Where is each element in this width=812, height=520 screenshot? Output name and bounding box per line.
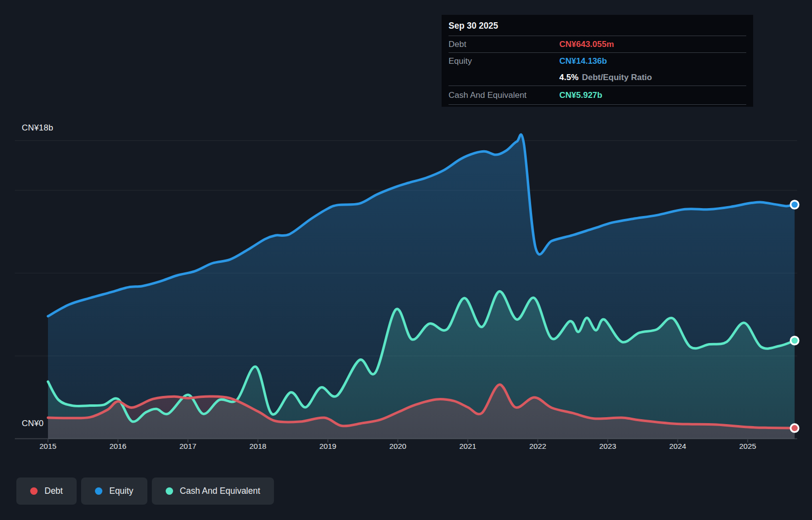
tooltip-row-ratio: 4.5% Debt/Equity Ratio <box>449 69 746 86</box>
tooltip-ratio-label: Debt/Equity Ratio <box>582 73 652 83</box>
legend-dot-debt <box>30 487 38 495</box>
cash-and-equivalent-endpoint-marker <box>791 337 799 345</box>
legend-dot-equity <box>95 487 102 495</box>
tooltip-equity-label: Equity <box>449 56 559 66</box>
x-axis-label-2023: 2023 <box>588 442 628 451</box>
tooltip-cash-value: CN¥5.927b <box>559 90 602 100</box>
tooltip-ratio-value: 4.5% <box>559 73 579 83</box>
x-axis-label-2020: 2020 <box>378 442 418 451</box>
tooltip-row-equity: Equity CN¥14.136b <box>449 53 746 69</box>
legend-label-equity: Equity <box>109 486 134 496</box>
tooltip: Sep 30 2025 Debt CN¥643.055m Equity CN¥1… <box>442 15 753 107</box>
legend-item-equity[interactable]: Equity <box>81 477 147 505</box>
x-axis-label-2025: 2025 <box>728 442 767 451</box>
legend-label-debt: Debt <box>45 486 63 496</box>
tooltip-row-cash: Cash And Equivalent CN¥5.927b <box>449 86 746 105</box>
x-axis-label-2015: 2015 <box>28 442 68 451</box>
tooltip-equity-value: CN¥14.136b <box>559 56 607 66</box>
equity-endpoint-marker <box>791 201 799 209</box>
x-axis-label-2016: 2016 <box>98 442 138 451</box>
legend: DebtEquityCash And Equivalent <box>16 477 274 505</box>
y-axis-label-top: CN¥18b <box>22 123 53 133</box>
tooltip-cash-label: Cash And Equivalent <box>449 90 559 100</box>
x-axis-label-2024: 2024 <box>658 442 698 451</box>
tooltip-debt-value: CN¥643.055m <box>559 40 614 49</box>
x-axis-label-2021: 2021 <box>448 442 488 451</box>
tooltip-row-debt: Debt CN¥643.055m <box>449 36 746 53</box>
legend-item-cash[interactable]: Cash And Equivalent <box>152 477 274 505</box>
chart-panel: CN¥18b CN¥0 2015201620172018201920202021… <box>0 0 812 520</box>
legend-label-cash: Cash And Equivalent <box>180 486 260 496</box>
x-axis-label-2017: 2017 <box>168 442 208 451</box>
debt-endpoint-marker <box>791 424 799 432</box>
y-axis-label-zero: CN¥0 <box>22 419 44 429</box>
legend-dot-cash <box>166 487 173 495</box>
tooltip-debt-label: Debt <box>449 40 559 49</box>
x-axis-label-2018: 2018 <box>238 442 278 451</box>
x-axis-label-2022: 2022 <box>518 442 558 451</box>
legend-item-debt[interactable]: Debt <box>16 477 77 505</box>
x-axis-label-2019: 2019 <box>308 442 348 451</box>
tooltip-date: Sep 30 2025 <box>449 16 746 36</box>
